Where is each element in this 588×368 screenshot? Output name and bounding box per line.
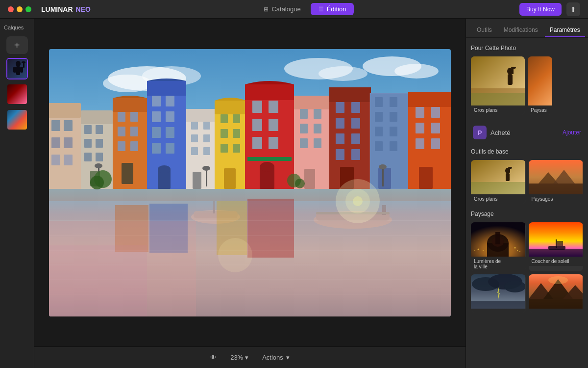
svg-rect-4 — [20, 67, 23, 73]
preset-card-storm[interactable] — [471, 274, 526, 313]
bottom-toolbar: 👁 23% ▾ Actions ▾ — [34, 346, 466, 368]
svg-rect-62 — [203, 147, 210, 155]
preset-card-paysages-partial[interactable]: Paysas — [528, 56, 552, 115]
svg-point-156 — [90, 176, 104, 189]
preset-storm-svg — [471, 274, 525, 309]
svg-point-127 — [202, 166, 210, 171]
svg-rect-42 — [122, 163, 133, 184]
svg-rect-66 — [220, 114, 228, 123]
svg-rect-65 — [215, 101, 246, 114]
preset-card-paysages-sm[interactable]: Paysages — [529, 160, 584, 204]
svg-rect-189 — [529, 249, 583, 257]
svg-rect-85 — [294, 96, 329, 109]
svg-point-185 — [517, 250, 518, 251]
preset-card-lumieres[interactable]: Lumières de la ville — [471, 222, 526, 271]
buy-button[interactable]: Buy It Now — [519, 3, 562, 16]
presets-base-grid: Gros plans — [471, 160, 583, 204]
svg-rect-88 — [300, 124, 308, 133]
svg-rect-198 — [471, 301, 525, 309]
svg-rect-40 — [118, 141, 125, 151]
preset-thumb-paysages-sm — [529, 160, 584, 194]
right-sidebar: Outils Modifications Paramètres Pour Cet… — [466, 19, 588, 368]
tab-edition-label: Édition — [327, 5, 346, 13]
svg-rect-122 — [431, 138, 440, 149]
section-pour-cette-photo-title: Pour Cette Photo — [471, 45, 583, 52]
svg-rect-39 — [130, 127, 138, 136]
traffic-light-minimize[interactable] — [17, 6, 23, 12]
svg-rect-45 — [152, 96, 161, 106]
svg-rect-77 — [252, 119, 262, 131]
svg-rect-111 — [390, 127, 397, 136]
svg-rect-46 — [166, 96, 174, 106]
svg-rect-106 — [375, 97, 383, 107]
preset-thumb-coucher — [529, 222, 584, 257]
svg-rect-22 — [64, 137, 73, 148]
preview-button[interactable]: 👁 — [204, 351, 222, 364]
tab-edition[interactable]: ☰ Édition — [311, 3, 354, 15]
preset-thumb-storm — [471, 274, 526, 309]
edition-icon: ☰ — [318, 6, 324, 13]
svg-rect-61 — [191, 147, 198, 155]
purchased-p-letter: P — [478, 129, 482, 136]
right-content: Pour Cette Photo — [466, 38, 588, 368]
zoom-control[interactable]: 23% ▾ — [230, 354, 248, 361]
svg-rect-101 — [336, 149, 344, 160]
share-button[interactable]: ⬆ — [566, 2, 580, 16]
layer3-preview — [7, 110, 27, 130]
preset-card-coucher[interactable]: Coucher de soleil — [529, 222, 584, 271]
svg-point-12 — [318, 66, 368, 81]
tab-modifications[interactable]: Modifications — [499, 24, 543, 37]
preset-card-gros-plans-wide[interactable]: Gros plans — [471, 56, 525, 115]
layer-thumb-2[interactable] — [6, 83, 28, 105]
preset-lumieres-svg — [471, 222, 525, 257]
svg-rect-107 — [390, 97, 397, 107]
svg-point-151 — [353, 196, 363, 206]
calques-title: Calques — [0, 25, 24, 30]
svg-rect-169 — [506, 173, 510, 181]
svg-rect-79 — [252, 137, 262, 149]
svg-rect-37 — [130, 112, 138, 122]
traffic-light-close[interactable] — [8, 6, 14, 12]
svg-point-129 — [379, 164, 387, 169]
section-outils-base-title: Outils de base — [471, 148, 583, 155]
svg-rect-51 — [152, 143, 161, 154]
svg-rect-94 — [329, 87, 371, 102]
svg-rect-110 — [375, 127, 383, 136]
svg-rect-89 — [314, 124, 321, 133]
preset-gros-plans-svg — [471, 56, 525, 105]
svg-rect-35 — [113, 98, 147, 112]
purchased-label: Acheté — [490, 129, 559, 136]
layer1-svg — [7, 59, 28, 79]
actions-button[interactable]: Actions ▾ — [256, 351, 295, 364]
svg-rect-102 — [351, 149, 360, 160]
preset-thumb-gros-plans-sm — [471, 160, 526, 194]
svg-rect-162 — [508, 74, 513, 85]
svg-rect-165 — [471, 93, 525, 105]
svg-rect-76 — [269, 101, 278, 113]
svg-rect-154 — [49, 245, 147, 316]
tab-parametres[interactable]: Paramètres — [545, 24, 585, 37]
svg-rect-191 — [556, 239, 557, 248]
svg-rect-5 — [23, 63, 24, 68]
svg-rect-41 — [130, 141, 138, 151]
tab-outils[interactable]: Outils — [472, 24, 497, 37]
svg-rect-173 — [529, 184, 583, 194]
layer-thumb-3[interactable] — [6, 109, 28, 131]
add-layer-button[interactable]: + — [6, 36, 28, 54]
svg-rect-86 — [300, 109, 308, 119]
right-tabs: Outils Modifications Paramètres — [466, 19, 588, 38]
layer1-preview — [7, 59, 27, 79]
svg-point-171 — [508, 167, 512, 169]
layer-thumb-1[interactable] — [6, 58, 28, 79]
svg-point-204 — [548, 276, 568, 284]
add-link[interactable]: Ajouter — [563, 129, 581, 136]
svg-rect-114 — [378, 168, 391, 189]
svg-rect-38 — [118, 127, 125, 136]
svg-rect-67 — [233, 114, 240, 123]
traffic-light-fullscreen[interactable] — [25, 6, 31, 12]
preset-card-mountain[interactable] — [529, 274, 584, 313]
svg-rect-69 — [233, 129, 240, 138]
preset-card-gros-plans-sm[interactable]: Gros plans — [471, 160, 526, 204]
tab-catalogue[interactable]: ⊞ Catalogue — [256, 3, 308, 15]
svg-rect-52 — [166, 143, 174, 154]
